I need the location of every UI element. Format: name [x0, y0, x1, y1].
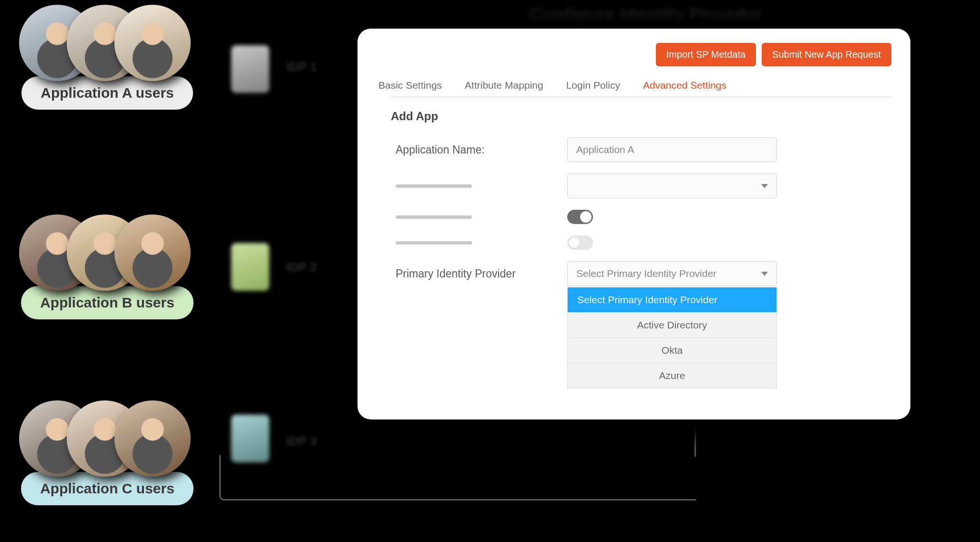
primary-idp-dropdown: Select Primary Identity Provider Active …: [567, 287, 777, 389]
idp-a-label: IDP 1: [286, 60, 317, 74]
toggle-2[interactable]: [567, 235, 593, 250]
avatar-icon: [114, 215, 191, 291]
user-group-b-avatars: [19, 215, 205, 296]
tab-attribute-mapping[interactable]: Attribute Mapping: [465, 80, 543, 91]
section-title: Add App: [391, 110, 891, 123]
label-placeholder: [396, 215, 472, 219]
tab-advanced-settings[interactable]: Advanced Settings: [643, 80, 726, 91]
tabs: Basic Settings Attribute Mapping Login P…: [378, 80, 891, 97]
user-group-c: Application C users: [10, 400, 205, 505]
avatar-icon: [114, 5, 191, 81]
application-name-input[interactable]: [567, 137, 777, 162]
dropdown-item-okta[interactable]: Okta: [568, 337, 776, 363]
dropdown-item-azure[interactable]: Azure: [568, 363, 776, 388]
user-group-a: Application A users: [10, 5, 205, 110]
toggle-knob-icon: [569, 237, 580, 248]
tab-basic-settings[interactable]: Basic Settings: [378, 80, 442, 91]
tab-divider: [391, 97, 891, 97]
primary-idp-select-value: Select Primary Identity Provider: [576, 268, 716, 279]
toggle-knob-icon: [580, 211, 592, 223]
tab-login-policy[interactable]: Login Policy: [566, 80, 620, 91]
user-group-c-avatars: [19, 400, 205, 481]
generic-select[interactable]: [567, 174, 777, 198]
chevron-down-icon: [761, 184, 768, 188]
user-group-b: Application B users: [10, 215, 205, 319]
application-name-label: Application Name:: [396, 143, 567, 156]
idp-a-icon: [231, 45, 269, 93]
toggle-1[interactable]: [567, 210, 593, 224]
connector-line: [219, 455, 696, 501]
import-sp-metadata-button[interactable]: Import SP Metdata: [656, 43, 756, 66]
user-group-b-label: Application B users: [21, 286, 194, 319]
label-placeholder: [396, 241, 472, 245]
user-group-a-label: Application A users: [21, 76, 193, 110]
dropdown-item-active-directory[interactable]: Active Directory: [568, 312, 776, 337]
settings-panel: Import SP Metdata Submit New App Request…: [357, 29, 910, 419]
chevron-down-icon: [761, 272, 768, 276]
primary-idp-label: Primary Identity Provider: [396, 267, 567, 280]
dropdown-item-placeholder[interactable]: Select Primary Identity Provider: [568, 287, 776, 312]
submit-new-app-button[interactable]: Submit New App Request: [762, 43, 891, 66]
idp-b-icon: [231, 243, 269, 291]
primary-idp-select[interactable]: Select Primary Identity Provider: [567, 261, 777, 286]
idp-c-label: IDP 3: [286, 434, 317, 449]
user-group-c-label: Application C users: [21, 472, 194, 505]
avatar-icon: [114, 400, 191, 477]
label-placeholder: [396, 184, 472, 188]
idp-b-label: IDP 2: [286, 260, 317, 275]
user-group-a-avatars: [19, 5, 205, 86]
